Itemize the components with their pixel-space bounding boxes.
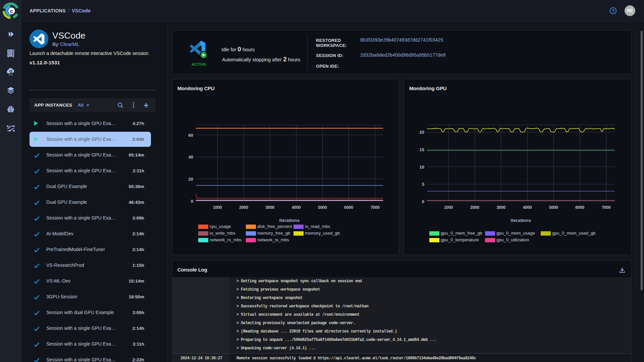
svg-text:7000: 7000 bbox=[371, 205, 380, 210]
svg-text:2000: 2000 bbox=[470, 205, 479, 210]
svg-text:1000: 1000 bbox=[444, 205, 453, 210]
svg-text:3000: 3000 bbox=[265, 205, 274, 210]
svg-text:3000: 3000 bbox=[496, 205, 505, 210]
svg-text:40: 40 bbox=[189, 155, 193, 160]
svg-text:7000: 7000 bbox=[602, 205, 611, 210]
svg-text:2000: 2000 bbox=[239, 205, 248, 210]
svg-text:15: 15 bbox=[420, 147, 424, 152]
svg-text:Iterations: Iterations bbox=[511, 218, 531, 223]
svg-text:4000: 4000 bbox=[523, 205, 532, 210]
svg-text:1000: 1000 bbox=[213, 205, 222, 210]
svg-text:0: 0 bbox=[422, 199, 424, 204]
svg-text:20: 20 bbox=[420, 130, 424, 135]
svg-text:5: 5 bbox=[422, 182, 424, 187]
svg-text:5000: 5000 bbox=[549, 205, 558, 210]
svg-text:20: 20 bbox=[189, 177, 193, 182]
svg-text:4000: 4000 bbox=[292, 205, 301, 210]
svg-text:6000: 6000 bbox=[344, 205, 353, 210]
svg-text:0: 0 bbox=[191, 199, 193, 204]
svg-text:10: 10 bbox=[420, 165, 424, 170]
svg-text:?: ? bbox=[612, 8, 614, 13]
svg-text:5000: 5000 bbox=[318, 205, 327, 210]
svg-text:c: c bbox=[10, 8, 13, 14]
svg-text:6000: 6000 bbox=[575, 205, 584, 210]
svg-text:60: 60 bbox=[189, 133, 193, 138]
svg-text:Iterations: Iterations bbox=[279, 218, 300, 223]
